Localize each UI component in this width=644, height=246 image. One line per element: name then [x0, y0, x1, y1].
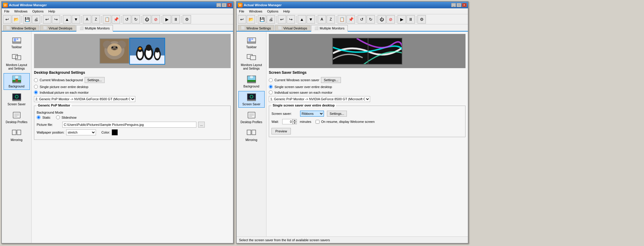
tb2-btn-save[interactable]: 💾 [258, 15, 266, 23]
settings-btn-current-ss[interactable]: Settings... [321, 77, 341, 83]
tb-btn-power[interactable]: ⏻ [143, 15, 151, 23]
tb-btn-play[interactable]: ▶ [163, 15, 171, 23]
tab-window-settings-icon-2: ⬜ [241, 26, 245, 30]
tab-multiple-monitors-1[interactable]: ⬜ Multiple Monitors [76, 25, 113, 32]
tb-btn-a[interactable]: A [83, 15, 91, 23]
tb2-btn-stop[interactable]: ⊘ [387, 15, 395, 23]
tab-virtual-desktops-2[interactable]: ⬜ Virtual Desktops [275, 25, 311, 31]
tb-btn-pause[interactable]: ⏸ [172, 15, 180, 23]
svg-rect-61 [252, 130, 256, 135]
menu-options-1[interactable]: Options [31, 9, 45, 14]
maximize-btn-2[interactable]: □ [457, 3, 461, 7]
spinbox-up-btn[interactable]: ▲ [293, 119, 297, 122]
tab-window-settings-2[interactable]: ⬜ Window Settings [238, 25, 274, 31]
tb2-btn-paste[interactable]: 📌 [347, 15, 355, 23]
sidebar-item-background-1[interactable]: Background [4, 73, 30, 90]
main-panel-2: Screen Saver Settings Current Windows sc… [266, 32, 468, 236]
preview-thumb-penguins[interactable] [129, 38, 165, 65]
tb-btn-open[interactable]: 📂 [12, 15, 20, 23]
tb2-btn-open[interactable]: 📂 [247, 15, 255, 23]
tb-btn-z[interactable]: Z [92, 15, 100, 23]
resume-checkbox[interactable] [316, 120, 319, 124]
tb-btn-up[interactable]: ▲ [63, 15, 71, 23]
menu-help-1[interactable]: Help [47, 9, 56, 14]
tb2-btn-new[interactable]: ↩ [238, 15, 246, 23]
tb-btn-new[interactable]: ↩ [3, 15, 11, 23]
tb2-btn-copy[interactable]: 📋 [338, 15, 346, 23]
tb2-btn-power[interactable]: ⏻ [378, 15, 386, 23]
menu-options-2[interactable]: Options [266, 9, 280, 14]
tb2-btn-up[interactable]: ▲ [298, 15, 306, 23]
tb2-btn-undo[interactable]: ↩ [278, 15, 286, 23]
tb2-btn-a[interactable]: A [318, 15, 326, 23]
svg-point-29 [116, 47, 117, 48]
tb-btn-settings[interactable]: ⚙ [183, 15, 191, 23]
wallpaper-pos-dropdown[interactable]: stretch [66, 129, 96, 135]
tb-btn-save2[interactable]: 🖨 [32, 15, 40, 23]
preview-btn[interactable]: Preview [271, 128, 291, 134]
sidebar-item-screensaver-1[interactable]: Screen Saver [4, 91, 30, 108]
tb-btn-paste[interactable]: 📌 [112, 15, 120, 23]
sidebar-item-monitors-1[interactable]: Monitors Layout and Settings [4, 52, 30, 72]
tb2-btn-refresh[interactable]: ↺ [358, 15, 366, 23]
tb-btn-refresh[interactable]: ↺ [123, 15, 131, 23]
tb-btn-copy[interactable]: 📋 [103, 15, 111, 23]
tb2-btn-down[interactable]: ▼ [307, 15, 315, 23]
sidebar-item-mirroring-1[interactable]: Mirroring [4, 127, 30, 143]
sidebar-item-profiles-1[interactable]: Desktop Profiles [4, 109, 30, 126]
minimize-btn-1[interactable]: _ [216, 3, 221, 7]
sidebar-item-profiles-2[interactable]: Desktop Profiles [238, 109, 265, 126]
color-picker-btn[interactable] [112, 129, 118, 135]
sidebar-item-monitors-2[interactable]: Monitors Layout and Settings [238, 52, 265, 72]
close-btn-2[interactable]: ✕ [462, 3, 467, 7]
sidebar-item-mirroring-2[interactable]: Mirroring [238, 127, 265, 143]
preview-thumb-koala[interactable] [100, 38, 129, 64]
tb-btn-down[interactable]: ▼ [72, 15, 80, 23]
sidebar-item-background-2[interactable]: Background [238, 73, 265, 90]
monitor-dropdown-2[interactable]: 1. Generic PnP Monitor -> NVIDIA GeForce… [269, 96, 370, 102]
menu-file-1[interactable]: File [3, 9, 11, 14]
tb-btn-save[interactable]: 💾 [23, 15, 31, 23]
tab-multiple-monitors-2[interactable]: ⬜ Multiple Monitors [311, 25, 348, 32]
browse-btn[interactable]: ... [198, 122, 205, 128]
tb2-btn-refresh2[interactable]: ↻ [367, 15, 375, 23]
maximize-btn-1[interactable]: □ [222, 3, 226, 7]
menu-windows-2[interactable]: Windows [248, 9, 264, 14]
menu-windows-1[interactable]: Windows [13, 9, 29, 14]
tb-btn-undo[interactable]: ↩ [43, 15, 51, 23]
sidebar-item-screensaver-2[interactable]: Screen Saver [238, 91, 265, 108]
sidebar-item-taskbar-2[interactable]: Taskbar [238, 34, 265, 51]
svg-rect-14 [13, 100, 21, 101]
radio-individual-ss[interactable] [269, 90, 273, 94]
minimize-btn-2[interactable]: _ [451, 3, 456, 7]
tb2-btn-redo[interactable]: ↪ [287, 15, 295, 23]
tb2-btn-save2[interactable]: 🖨 [267, 15, 275, 23]
tab-virtual-desktops-1[interactable]: ⬜ Virtual Desktops [40, 25, 76, 31]
tb-btn-refresh2[interactable]: ↻ [132, 15, 140, 23]
menu-help-2[interactable]: Help [282, 9, 291, 14]
settings-btn-current-1[interactable]: Settings... [85, 77, 105, 83]
radio-static-1[interactable] [37, 115, 41, 119]
radio-current-ss[interactable] [269, 78, 273, 82]
tb-btn-redo[interactable]: ↪ [52, 15, 60, 23]
screensaver-dropdown[interactable]: Ribbons [300, 111, 324, 117]
screensaver-settings-btn[interactable]: Settings... [327, 111, 347, 117]
close-btn-1[interactable]: ✕ [227, 3, 232, 7]
tb2-btn-play[interactable]: ▶ [398, 15, 406, 23]
tb2-btn-settings[interactable]: ⚙ [418, 15, 426, 23]
radio-single-bg-1[interactable] [34, 85, 38, 89]
tb2-btn-pause[interactable]: ⏸ [406, 15, 415, 23]
tb-btn-stop[interactable]: ⊘ [152, 15, 160, 23]
monitor-dropdown-1[interactable]: 2. Generic PnP Monitor -> NVIDIA GeForce… [34, 96, 135, 102]
radio-slideshow-1[interactable] [56, 115, 60, 119]
wait-input[interactable] [282, 119, 293, 124]
tb2-btn-z[interactable]: Z [327, 15, 335, 23]
tab-window-settings-1[interactable]: ⬜ Window Settings [3, 25, 39, 31]
radio-current-bg-1[interactable] [34, 78, 38, 82]
picture-file-input[interactable] [62, 122, 196, 128]
menu-file-2[interactable]: File [238, 9, 246, 14]
spinbox-down-btn[interactable]: ▼ [293, 122, 297, 124]
radio-single-ss[interactable] [269, 85, 273, 89]
sidebar-item-taskbar-1[interactable]: Taskbar [4, 34, 30, 51]
radio-individual-bg-1[interactable] [34, 90, 38, 94]
